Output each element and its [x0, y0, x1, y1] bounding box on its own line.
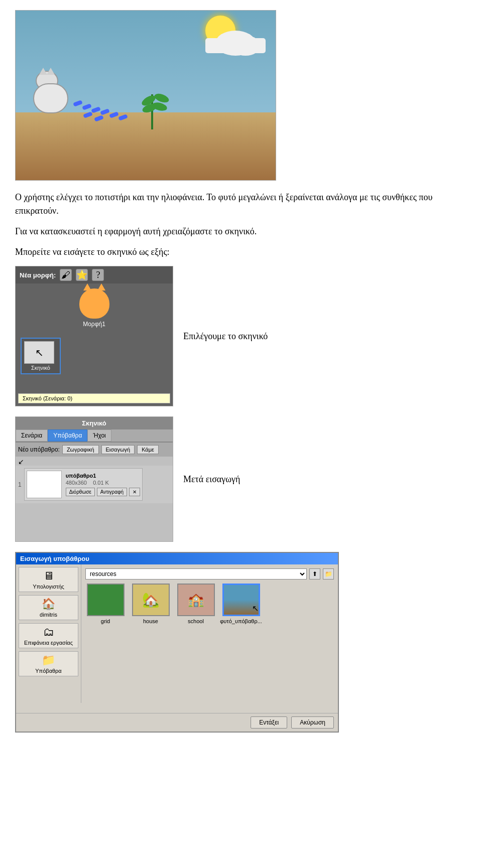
cursor-icon: ↖: [35, 347, 44, 359]
water-dash: [100, 109, 110, 116]
text-paragraph-3: Μπορείτε να εισάγετε το σκηνικό ως εξής:: [15, 245, 467, 259]
sprite-label: Μορφή1: [83, 321, 105, 328]
file-label-house: house: [143, 618, 158, 624]
sidebar-item-computer[interactable]: 🖥 Υπολογιστής: [19, 567, 78, 592]
sidebar-item-backgrounds[interactable]: 📁 Υπόβαθρα: [19, 651, 78, 676]
scratch-header: Νέα μορφή: 🖌 ⭐ ?: [16, 266, 173, 283]
bg-filesize: 0.01 K: [93, 480, 109, 486]
bg-row-num: 1: [18, 481, 22, 488]
water-dash: [82, 104, 92, 111]
school-thumbnail-image: 🏫: [178, 585, 214, 615]
file-label-futo: φυτό_υπόβαθρ...: [220, 618, 262, 624]
btn-import[interactable]: Εισαγωγή: [101, 445, 135, 454]
page-content: Ο χρήστης ελέγχει το ποτιστήρι και την η…: [0, 0, 482, 743]
scratch-screenshot-1: Νέα μορφή: 🖌 ⭐ ? Μορφή1: [15, 266, 173, 406]
btn-ok[interactable]: Εντάξει: [251, 716, 287, 729]
file-item-grid[interactable]: grid: [85, 584, 126, 699]
house-thumbnail-image: 🏡: [133, 585, 169, 615]
screenshot-1-container: Νέα μορφή: 🖌 ⭐ ? Μορφή1: [15, 266, 467, 406]
file-item-school[interactable]: 🏫 school: [176, 584, 216, 699]
grid-thumbnail-image: [88, 585, 124, 615]
dialog-footer: Εντάξει Ακύρωση: [16, 713, 338, 732]
water-dash: [109, 112, 119, 119]
tab-sounds[interactable]: Ήχοι: [87, 429, 111, 442]
creature-ear-right: [47, 68, 55, 75]
address-bar: resources ⬆ 📁: [85, 568, 334, 580]
import-dialog-screenshot: Εισαγωγή υποβάθρου 🖥 Υπολογιστής 🏠 dimit…: [15, 552, 339, 733]
cloud-decoration: [205, 26, 266, 53]
tab-scenarios[interactable]: Σενάρια: [16, 429, 48, 442]
sidebar-label-desktop: Επιφάνεια εργασίας: [24, 640, 73, 646]
text-paragraph-2: Για να κατασκευαστεί η εφαρμογή αυτή χρε…: [15, 225, 467, 238]
file-label-grid: grid: [101, 618, 110, 624]
btn-delete-bg[interactable]: ✕: [129, 488, 140, 496]
dialog-titlebar: Εισαγωγή υποβάθρου: [16, 553, 338, 564]
bg-item-row: 1 υπόβαθρο1 480x360 0.01 K Διόρθωσε: [18, 468, 170, 501]
new-sprite-label: Νέα μορφή:: [20, 271, 56, 279]
star-icon: ⭐: [76, 269, 87, 280]
file-label-school: school: [188, 618, 204, 624]
screenshot-2-container: Σκηνικό Σενάρια Υπόβαθρα Ήχοι Νέο υπόβαθ…: [15, 416, 467, 542]
folder-icon: 📁: [42, 654, 55, 667]
btn-edit-bg[interactable]: Διόρθωσε: [66, 488, 95, 496]
btn-copy-bg[interactable]: Αντιγραφή: [97, 488, 127, 496]
dialog-sidebar: 🖥 Υπολογιστής 🏠 dimitris 🗂 Επιφάνεια εργ…: [16, 564, 81, 703]
bg-actions: Διόρθωσε Αντιγραφή ✕: [66, 488, 140, 496]
caption-1: Επιλέγουμε το σκηνικό: [183, 331, 268, 342]
bg-size: 480x360 0.01 K: [66, 480, 140, 486]
bg-info: υπόβαθρο1 480x360 0.01 K Διόρθωσε Αντιγρ…: [66, 473, 140, 496]
creature-body: [33, 83, 68, 113]
water-stream: [73, 99, 134, 124]
new-bg-row: Νέο υπόβαθρο: Ζωγραφική Εισαγωγή Κάμε: [16, 443, 173, 457]
scratch2-content: 1 υπόβαθρο1 480x360 0.01 K Διόρθωσε: [16, 466, 173, 503]
btn-draw[interactable]: Ζωγραφική: [62, 445, 99, 454]
creature-ear-left: [39, 68, 47, 75]
futo-thumbnail-image: [224, 585, 259, 615]
scene-panel-row: ↖ Σκηνικό: [16, 333, 173, 379]
address-up-btn[interactable]: ⬆: [309, 568, 320, 580]
scene-tooltip: Σκηνικό (Σενάρια: 0): [18, 393, 170, 403]
scratch2-title: Σκηνικό: [16, 417, 173, 429]
file-thumbnail-futo: [222, 584, 260, 616]
address-dropdown[interactable]: resources: [85, 568, 307, 580]
caption-2: Μετά εισαγωγή: [183, 474, 240, 485]
water-dash: [73, 100, 83, 107]
sidebar-item-desktop[interactable]: 🗂 Επιφάνεια εργασίας: [19, 623, 78, 648]
file-thumbnail-school: 🏫: [177, 584, 215, 616]
desktop-icon: 🗂: [43, 626, 54, 639]
home-icon: 🏠: [42, 598, 55, 611]
bg-name: υπόβαθρο1: [66, 473, 140, 479]
file-item-futo[interactable]: φυτό_υπόβαθρ... ↖: [221, 584, 261, 699]
file-item-house[interactable]: 🏡 house: [131, 584, 171, 699]
water-dash: [91, 107, 101, 114]
paint-btn[interactable]: 🖌: [60, 269, 72, 281]
cloud-base: [205, 38, 266, 53]
main-illustration: [15, 10, 276, 181]
star-btn[interactable]: ⭐: [76, 269, 88, 281]
sidebar-label-computer: Υπολογιστής: [33, 584, 64, 590]
btn-camera[interactable]: Κάμε: [137, 445, 159, 454]
ground-area: [16, 112, 276, 180]
bg-thumbnail: [27, 471, 62, 498]
sidebar-label-dimitris: dimitris: [40, 612, 57, 618]
water-dash: [83, 112, 93, 119]
paint-icon: 🖌: [61, 270, 70, 280]
dialog-body: 🖥 Υπολογιστής 🏠 dimitris 🗂 Επιφάνεια εργ…: [16, 564, 338, 703]
scene-panel-label: Σκηνικό: [24, 365, 57, 371]
bg-dimensions: 480x360: [66, 480, 87, 486]
btn-cancel[interactable]: Ακύρωση: [291, 716, 334, 729]
dialog-main: resources ⬆ 📁 grid: [81, 564, 338, 703]
text-paragraph-1: Ο χρήστης ελέγχει το ποτιστήρι και την η…: [15, 191, 467, 218]
file-thumbnail-house: 🏡: [132, 584, 170, 616]
help-btn[interactable]: ?: [92, 269, 104, 281]
scratch-screenshot-2: Σκηνικό Σενάρια Υπόβαθρα Ήχοι Νέο υπόβαθ…: [15, 416, 173, 542]
tab-backgrounds[interactable]: Υπόβαθρα: [48, 429, 87, 442]
scene-panel-inner[interactable]: ↖: [24, 341, 54, 364]
cursor-arrow: ↙: [18, 458, 24, 466]
new-bg-label: Νέο υπόβαθρο:: [18, 446, 60, 453]
scratch2-tabs: Σενάρια Υπόβαθρα Ήχοι: [16, 429, 173, 443]
sidebar-item-dimitris[interactable]: 🏠 dimitris: [19, 595, 78, 620]
scene-panel[interactable]: ↖ Σκηνικό: [21, 338, 61, 374]
water-dash: [94, 115, 104, 122]
address-new-btn[interactable]: 📁: [323, 568, 334, 580]
